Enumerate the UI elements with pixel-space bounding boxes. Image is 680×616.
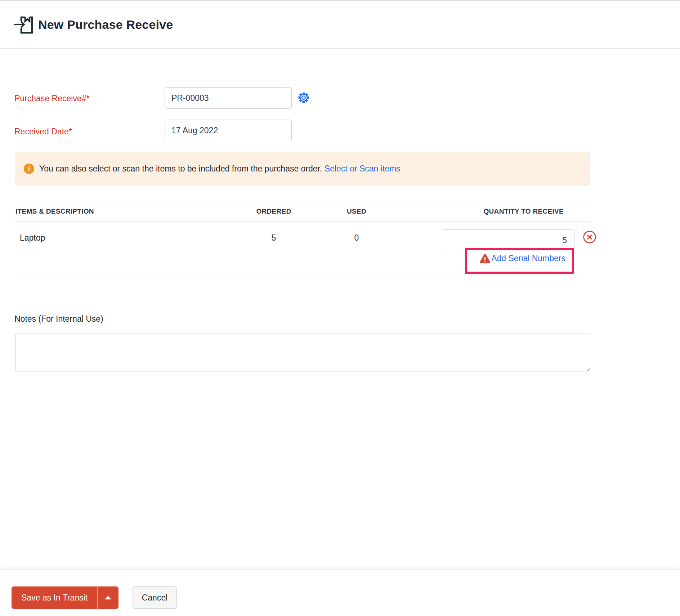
quantity-to-receive-input[interactable] bbox=[441, 229, 574, 251]
column-header-ordered: ORDERED bbox=[245, 207, 303, 215]
table-header-border bbox=[15, 222, 591, 222]
warning-icon bbox=[479, 253, 491, 264]
save-as-in-transit-label[interactable]: Save as In Transit bbox=[12, 586, 97, 609]
info-banner: i You can also select or scan the items … bbox=[15, 152, 590, 186]
notes-textarea[interactable] bbox=[15, 334, 590, 371]
item-used: 0 bbox=[331, 233, 382, 243]
item-ordered: 5 bbox=[245, 233, 303, 243]
banner-text: You can also select or scan the items to… bbox=[39, 164, 401, 174]
table-top-border bbox=[15, 201, 591, 201]
banner-message: You can also select or scan the items to… bbox=[39, 164, 322, 173]
new-purchase-receive-page: New Purchase Receive Purchase Receive#* … bbox=[0, 0, 680, 616]
remove-row-icon[interactable] bbox=[582, 230, 597, 244]
save-options-dropdown[interactable] bbox=[98, 586, 118, 609]
column-header-used: USED bbox=[331, 207, 382, 215]
received-date-input[interactable] bbox=[165, 120, 292, 141]
item-name: Laptop bbox=[20, 233, 45, 243]
info-icon: i bbox=[24, 164, 34, 174]
page-title: New Purchase Receive bbox=[38, 18, 173, 32]
gear-icon[interactable] bbox=[298, 91, 310, 104]
table-bottom-border bbox=[15, 272, 591, 272]
column-header-quantity: QUANTITY TO RECEIVE bbox=[484, 207, 564, 215]
purchase-receive-icon bbox=[13, 15, 33, 34]
add-serial-numbers-label: Add Serial Numbers bbox=[491, 254, 565, 263]
save-as-in-transit-button[interactable]: Save as In Transit bbox=[12, 586, 118, 609]
notes-label: Notes (For Internal Use) bbox=[14, 314, 103, 324]
received-date-label: Received Date* bbox=[14, 127, 72, 136]
footer-bar: Save as In Transit Cancel bbox=[0, 570, 680, 616]
select-or-scan-link[interactable]: Select or Scan items bbox=[325, 164, 401, 173]
column-header-items: ITEMS & DESCRIPTION bbox=[15, 207, 94, 215]
add-serial-numbers-link[interactable]: Add Serial Numbers bbox=[479, 253, 565, 264]
purchase-receive-label: Purchase Receive#* bbox=[14, 94, 89, 103]
page-header: New Purchase Receive bbox=[0, 1, 680, 49]
purchase-receive-input[interactable] bbox=[165, 87, 292, 109]
cancel-button[interactable]: Cancel bbox=[133, 586, 177, 609]
caret-up-icon bbox=[105, 596, 111, 599]
